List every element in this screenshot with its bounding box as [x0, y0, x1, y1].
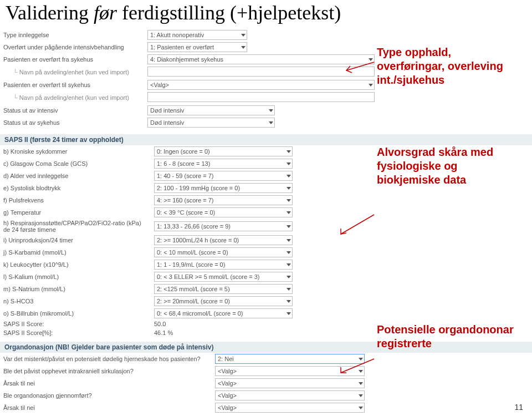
- dropdown[interactable]: 1: 1 - 19,9/mL (score = 0): [154, 260, 293, 270]
- dropdown: <Valg>: [215, 378, 365, 388]
- dropdown[interactable]: 2: >= 20mmol/L (score = 0): [154, 296, 293, 306]
- dropdown-value: <Valg>: [150, 82, 169, 88]
- dropdown[interactable]: 1: Pasienten er overført: [147, 42, 247, 52]
- dropdown-value: 1: 13,33 - 26,66 (score = 9): [157, 223, 231, 230]
- dropdown[interactable]: 0: < 3 ELLER >= 5 mmol/L (score = 3): [154, 272, 293, 282]
- dropdown-value: 1: Akutt nonoperativ: [150, 32, 204, 38]
- field-label: l) S-Kalium (mmol/L): [0, 271, 151, 283]
- dropdown[interactable]: 0: Ingen (score = 0): [154, 146, 293, 156]
- svg-line-1: [341, 215, 374, 234]
- field-label: Årsak til nei: [0, 402, 212, 414]
- dropdown-value: 2: >= 20mmol/L (score = 0): [157, 298, 230, 305]
- callout-organdonor: Potensielle organdononar registrerte: [377, 323, 521, 351]
- page-number: 11: [514, 403, 523, 412]
- text-input: [147, 67, 375, 77]
- dropdown[interactable]: <Valg>: [147, 80, 375, 90]
- arrow-icon: [338, 212, 377, 240]
- field-label: SAPS II Score[%]:: [0, 328, 151, 337]
- dropdown-value: 2: 100 - 199 mmHg (score = 0): [157, 185, 240, 191]
- dropdown[interactable]: 1: 13,33 - 26,66 (score = 9): [154, 221, 293, 231]
- field-label: m) S-Natrium (mmol/L): [0, 283, 151, 295]
- field-label: n) S-HCO3: [0, 295, 151, 307]
- field-label: Overført under pågående intensivbehandli…: [0, 41, 144, 53]
- chevron-down-icon: [287, 163, 291, 165]
- dropdown-value: <Valg>: [218, 368, 237, 374]
- score-value: 46.1 %: [154, 329, 173, 336]
- dropdown[interactable]: 4: >= 160 (score = 7): [154, 195, 293, 205]
- dropdown-value: 0: < 39 °C (score = 0): [157, 209, 215, 216]
- text-input: [147, 92, 375, 102]
- chevron-down-icon: [287, 199, 291, 202]
- dropdown-value: 1: Pasienten er overført: [150, 44, 214, 50]
- chevron-down-icon: [287, 300, 291, 303]
- dropdown[interactable]: 2: >= 1000mL/24 h (score = 0): [154, 235, 293, 245]
- dropdown[interactable]: 2: <125 mmol/L (score = 5): [154, 284, 293, 294]
- dropdown[interactable]: 2: 100 - 199 mmHg (score = 0): [154, 183, 293, 193]
- chevron-down-icon: [241, 34, 245, 37]
- chevron-down-icon: [287, 312, 291, 315]
- chevron-down-icon: [287, 251, 291, 254]
- chevron-down-icon: [359, 407, 363, 409]
- dropdown[interactable]: 1: Akutt nonoperativ: [147, 30, 247, 40]
- score-value: 50.0: [154, 321, 166, 327]
- field-label: f) Pulsfrekvens: [0, 194, 151, 206]
- dropdown-value: <Valg>: [218, 380, 237, 387]
- field-label: d) Alder ved innleggelse: [0, 170, 151, 182]
- dropdown-value: 4: >= 160 (score = 7): [157, 197, 213, 204]
- form-area: Type innleggelse1: Akutt nonoperativOver…: [0, 29, 532, 414]
- dropdown-value: 1: 6 - 8 (score = 13): [157, 160, 210, 167]
- arrow-icon: [338, 356, 377, 378]
- callout-type-opphald: Type opphald, overføringar, overleving i…: [377, 45, 521, 87]
- dropdown-value: 1: 40 - 59 (score = 7): [157, 173, 213, 179]
- field-label: o) S-Billrubin (mikromol/L): [0, 307, 151, 319]
- dropdown-value: 2: Nei: [218, 356, 234, 362]
- dropdown: <Valg>: [215, 403, 365, 413]
- chevron-down-icon: [287, 288, 291, 291]
- dropdown[interactable]: 0: < 39 °C (score = 0): [154, 207, 293, 217]
- field-label: b) Kroniske sykdommer: [0, 145, 151, 158]
- arrow-icon: [344, 59, 377, 76]
- dropdown-value: Død intensiv: [150, 119, 184, 126]
- field-label: Pasienten er overført til sykehus: [0, 79, 144, 91]
- chevron-down-icon: [359, 394, 363, 397]
- dropdown[interactable]: 0: < 10 mmol/L (score = 0): [154, 247, 293, 257]
- chevron-down-icon: [241, 46, 245, 49]
- field-label: SAPS II Score:: [0, 319, 151, 328]
- field-label: Var det mistenkt/påvist en potensielt dø…: [0, 353, 212, 365]
- field-label: k) Leukocytter (x10^9/L): [0, 258, 151, 271]
- dropdown-value: <Valg>: [218, 392, 237, 399]
- chevron-down-icon: [369, 84, 373, 87]
- dropdown-value: 0: Ingen (score = 0): [157, 148, 210, 155]
- chevron-down-icon: [287, 175, 291, 177]
- dropdown[interactable]: 1: 6 - 8 (score = 13): [154, 159, 293, 169]
- field-label: Pasienten er overført fra sykehus: [0, 53, 144, 65]
- chevron-down-icon: [287, 239, 291, 242]
- page-title: Validering før ferdigstilling (+hjelpete…: [0, 0, 532, 29]
- dropdown-value: <Valg>: [218, 404, 237, 411]
- field-label: g) Temperatur: [0, 206, 151, 219]
- dropdown[interactable]: 0: < 68,4 micromol/L (score = 0): [154, 308, 293, 318]
- dropdown-value: Død intensiv: [150, 107, 184, 114]
- svg-line-2: [341, 359, 374, 373]
- dropdown-value: 0: < 10 mmol/L (score = 0): [157, 249, 228, 256]
- dropdown: Død intensiv: [147, 118, 275, 128]
- dropdown-value: 0: < 3 ELLER >= 5 mmol/L (score = 3): [157, 273, 259, 280]
- dropdown[interactable]: 4: Diakonhjemmet sykehus: [147, 54, 375, 64]
- dropdown: Død intensiv: [147, 105, 275, 115]
- field-label: Ble det påvist opphevet intrakraniell si…: [0, 365, 212, 377]
- dropdown: <Valg>: [215, 390, 365, 400]
- chevron-down-icon: [287, 263, 291, 266]
- chevron-down-icon: [269, 109, 273, 112]
- chevron-down-icon: [287, 225, 291, 228]
- chevron-down-icon: [287, 276, 291, 278]
- field-label: i) Urinproduksjon/24 timer: [0, 234, 151, 246]
- field-label: Ble organdonasjon gjennomført?: [0, 389, 212, 402]
- organ-table: Var det mistenkt/påvist en potensielt dø…: [0, 353, 532, 414]
- callout-alvorsgrad: Alvorsgrad skåra med fysiologiske og bio…: [377, 145, 521, 187]
- field-label: Årsak til nei: [0, 377, 212, 389]
- chevron-down-icon: [359, 382, 363, 385]
- chevron-down-icon: [287, 150, 291, 153]
- field-label: Type innleggelse: [0, 29, 144, 41]
- dropdown-value: 1: 1 - 19,9/mL (score = 0): [157, 261, 225, 268]
- dropdown-value: 2: >= 1000mL/24 h (score = 0): [157, 237, 239, 243]
